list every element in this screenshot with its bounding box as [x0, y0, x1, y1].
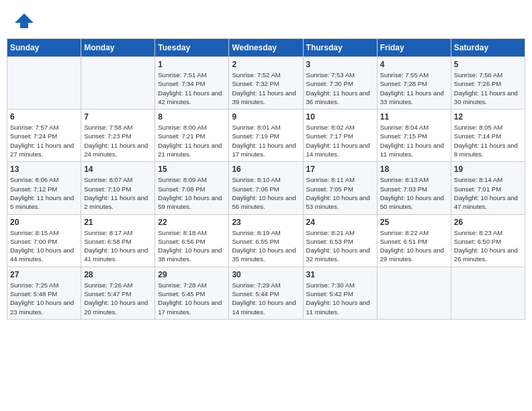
calendar-cell: 31Sunrise: 7:30 AM Sunset: 5:42 PM Dayli…: [303, 267, 377, 319]
day-number: 19: [454, 165, 522, 174]
day-number: 1: [158, 60, 226, 69]
calendar-cell: 18Sunrise: 8:13 AM Sunset: 7:03 PM Dayli…: [377, 162, 451, 214]
day-info: Sunrise: 8:09 AM Sunset: 7:08 PM Dayligh…: [158, 175, 226, 211]
day-number: 7: [84, 112, 152, 122]
column-header-wednesday: Wednesday: [229, 39, 303, 57]
calendar-header-row: SundayMondayTuesdayWednesdayThursdayFrid…: [7, 39, 525, 57]
calendar-cell: [377, 267, 451, 319]
calendar-cell: [7, 57, 81, 109]
day-info: Sunrise: 8:11 AM Sunset: 7:05 PM Dayligh…: [306, 175, 374, 211]
day-number: 4: [380, 60, 448, 69]
day-number: 5: [454, 60, 522, 69]
calendar-cell: 12Sunrise: 8:05 AM Sunset: 7:14 PM Dayli…: [451, 109, 525, 162]
day-number: 10: [306, 112, 374, 122]
calendar-cell: 30Sunrise: 7:29 AM Sunset: 5:44 PM Dayli…: [229, 267, 303, 319]
day-info: Sunrise: 8:06 AM Sunset: 7:12 PM Dayligh…: [10, 175, 78, 211]
day-number: 6: [10, 112, 78, 122]
day-info: Sunrise: 7:52 AM Sunset: 7:32 PM Dayligh…: [232, 71, 300, 106]
column-header-thursday: Thursday: [303, 39, 377, 57]
calendar-cell: 14Sunrise: 8:07 AM Sunset: 7:10 PM Dayli…: [81, 162, 155, 214]
logo: [13, 13, 34, 32]
day-number: 31: [306, 270, 374, 279]
calendar-cell: 11Sunrise: 8:04 AM Sunset: 7:15 PM Dayli…: [377, 109, 451, 162]
day-number: 20: [10, 218, 78, 227]
day-number: 9: [232, 112, 300, 122]
calendar-week-4: 20Sunrise: 8:15 AM Sunset: 7:00 PM Dayli…: [7, 214, 525, 267]
day-number: 29: [158, 270, 226, 279]
day-number: 28: [84, 270, 152, 279]
day-info: Sunrise: 8:13 AM Sunset: 7:03 PM Dayligh…: [380, 175, 448, 211]
day-info: Sunrise: 7:26 AM Sunset: 5:47 PM Dayligh…: [84, 281, 152, 316]
day-info: Sunrise: 8:19 AM Sunset: 6:55 PM Dayligh…: [232, 228, 300, 264]
calendar-table: SundayMondayTuesdayWednesdayThursdayFrid…: [7, 38, 525, 320]
day-number: 16: [232, 165, 300, 174]
day-number: 21: [84, 218, 152, 227]
calendar-cell: 9Sunrise: 8:01 AM Sunset: 7:19 PM Daylig…: [229, 109, 303, 162]
calendar-cell: 25Sunrise: 8:22 AM Sunset: 6:51 PM Dayli…: [377, 214, 451, 267]
page-header: [7, 7, 525, 35]
calendar-cell: 5Sunrise: 7:56 AM Sunset: 7:26 PM Daylig…: [451, 57, 525, 109]
day-info: Sunrise: 7:29 AM Sunset: 5:44 PM Dayligh…: [232, 281, 300, 316]
calendar-cell: 22Sunrise: 8:18 AM Sunset: 6:56 PM Dayli…: [155, 214, 229, 267]
calendar-week-2: 6Sunrise: 7:57 AM Sunset: 7:24 PM Daylig…: [7, 109, 525, 162]
day-number: 18: [380, 165, 448, 174]
calendar-cell: 20Sunrise: 8:15 AM Sunset: 7:00 PM Dayli…: [7, 214, 81, 267]
day-number: 30: [232, 270, 300, 279]
day-number: 13: [10, 165, 78, 174]
day-info: Sunrise: 8:10 AM Sunset: 7:06 PM Dayligh…: [232, 175, 300, 211]
day-number: 11: [380, 112, 448, 122]
calendar-cell: 7Sunrise: 7:58 AM Sunset: 7:23 PM Daylig…: [81, 109, 155, 162]
calendar-body: 1Sunrise: 7:51 AM Sunset: 7:34 PM Daylig…: [7, 57, 525, 320]
day-info: Sunrise: 8:05 AM Sunset: 7:14 PM Dayligh…: [454, 123, 522, 158]
day-number: 8: [158, 112, 226, 122]
day-number: 24: [306, 218, 374, 227]
column-header-monday: Monday: [81, 39, 155, 57]
day-info: Sunrise: 8:02 AM Sunset: 7:17 PM Dayligh…: [306, 123, 374, 158]
day-info: Sunrise: 8:04 AM Sunset: 7:15 PM Dayligh…: [380, 123, 448, 158]
day-info: Sunrise: 7:56 AM Sunset: 7:26 PM Dayligh…: [454, 71, 522, 106]
day-info: Sunrise: 8:15 AM Sunset: 7:00 PM Dayligh…: [10, 228, 78, 264]
calendar-cell: 17Sunrise: 8:11 AM Sunset: 7:05 PM Dayli…: [303, 162, 377, 214]
day-info: Sunrise: 7:28 AM Sunset: 5:45 PM Dayligh…: [158, 281, 226, 316]
calendar-cell: 24Sunrise: 8:21 AM Sunset: 6:53 PM Dayli…: [303, 214, 377, 267]
day-number: 17: [306, 165, 374, 174]
day-info: Sunrise: 7:55 AM Sunset: 7:28 PM Dayligh…: [380, 71, 448, 106]
calendar-cell: 26Sunrise: 8:23 AM Sunset: 6:50 PM Dayli…: [451, 214, 525, 267]
day-number: 27: [10, 270, 78, 279]
calendar-cell: 1Sunrise: 7:51 AM Sunset: 7:34 PM Daylig…: [155, 57, 229, 109]
calendar-cell: 27Sunrise: 7:25 AM Sunset: 5:48 PM Dayli…: [7, 267, 81, 319]
day-number: 26: [454, 218, 522, 227]
calendar-cell: 2Sunrise: 7:52 AM Sunset: 7:32 PM Daylig…: [229, 57, 303, 109]
day-info: Sunrise: 7:51 AM Sunset: 7:34 PM Dayligh…: [158, 71, 226, 106]
calendar-cell: 4Sunrise: 7:55 AM Sunset: 7:28 PM Daylig…: [377, 57, 451, 109]
calendar-cell: 19Sunrise: 8:14 AM Sunset: 7:01 PM Dayli…: [451, 162, 525, 214]
calendar-cell: 13Sunrise: 8:06 AM Sunset: 7:12 PM Dayli…: [7, 162, 81, 214]
calendar-cell: 6Sunrise: 7:57 AM Sunset: 7:24 PM Daylig…: [7, 109, 81, 162]
calendar-week-1: 1Sunrise: 7:51 AM Sunset: 7:34 PM Daylig…: [7, 57, 525, 109]
calendar-cell: 10Sunrise: 8:02 AM Sunset: 7:17 PM Dayli…: [303, 109, 377, 162]
day-info: Sunrise: 7:30 AM Sunset: 5:42 PM Dayligh…: [306, 281, 374, 316]
calendar-cell: 8Sunrise: 8:00 AM Sunset: 7:21 PM Daylig…: [155, 109, 229, 162]
calendar-cell: 15Sunrise: 8:09 AM Sunset: 7:08 PM Dayli…: [155, 162, 229, 214]
day-number: 15: [158, 165, 226, 174]
day-number: 23: [232, 218, 300, 227]
calendar-cell: [451, 267, 525, 319]
day-number: 25: [380, 218, 448, 227]
calendar-cell: 23Sunrise: 8:19 AM Sunset: 6:55 PM Dayli…: [229, 214, 303, 267]
day-info: Sunrise: 7:25 AM Sunset: 5:48 PM Dayligh…: [10, 281, 78, 316]
day-info: Sunrise: 8:23 AM Sunset: 6:50 PM Dayligh…: [454, 228, 522, 264]
day-info: Sunrise: 8:22 AM Sunset: 6:51 PM Dayligh…: [380, 228, 448, 264]
day-number: 12: [454, 112, 522, 122]
calendar-cell: [81, 57, 155, 109]
day-info: Sunrise: 8:21 AM Sunset: 6:53 PM Dayligh…: [306, 228, 374, 264]
day-info: Sunrise: 7:58 AM Sunset: 7:23 PM Dayligh…: [84, 123, 152, 158]
calendar-cell: 29Sunrise: 7:28 AM Sunset: 5:45 PM Dayli…: [155, 267, 229, 319]
calendar-week-3: 13Sunrise: 8:06 AM Sunset: 7:12 PM Dayli…: [7, 162, 525, 214]
svg-marker-0: [15, 13, 34, 28]
day-number: 14: [84, 165, 152, 174]
column-header-saturday: Saturday: [451, 39, 525, 57]
column-header-sunday: Sunday: [7, 39, 81, 57]
column-header-tuesday: Tuesday: [155, 39, 229, 57]
calendar-cell: 3Sunrise: 7:53 AM Sunset: 7:30 PM Daylig…: [303, 57, 377, 109]
day-info: Sunrise: 8:00 AM Sunset: 7:21 PM Dayligh…: [158, 123, 226, 158]
